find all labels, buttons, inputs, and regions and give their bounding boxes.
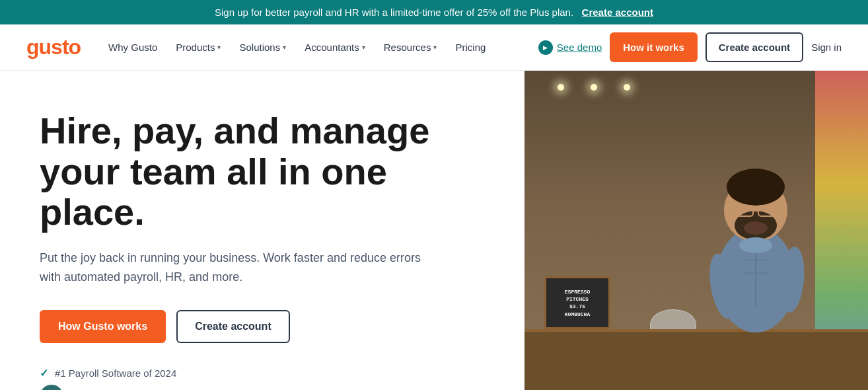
nav-item-why-gusto[interactable]: Why Gusto xyxy=(100,36,165,58)
hero-content: Hire, pay, and manage your team all in o… xyxy=(40,71,524,390)
hero-section: Hire, pay, and manage your team all in o… xyxy=(0,71,868,390)
svg-point-8 xyxy=(739,237,772,253)
promo-banner: Sign up for better payroll and HR with a… xyxy=(0,0,868,24)
hero-headline: Hire, pay, and manage your team all in o… xyxy=(40,110,498,233)
banner-link[interactable]: Create account xyxy=(582,7,653,18)
navbar: gusto Why Gusto Products ▾ Solutions ▾ A… xyxy=(0,24,868,71)
proof-item-2: 🍪 3 out of 4 customers say they run payr… xyxy=(40,385,498,390)
svg-point-7 xyxy=(744,221,768,235)
sign-in-link[interactable]: Sign in xyxy=(811,42,842,53)
see-demo-button[interactable]: ▶ See demo xyxy=(538,40,602,55)
nav-item-pricing[interactable]: Pricing xyxy=(447,36,493,58)
hero-image-placeholder: ESPRESSO PITCHES $3.75 KOMBUCHA xyxy=(524,71,868,390)
cafe-lights xyxy=(558,84,630,91)
person-image xyxy=(683,144,828,342)
light-bulb xyxy=(591,84,597,91)
svg-point-3 xyxy=(727,169,785,206)
social-proof: ✓ #1 Payroll Software of 2024 🍪 3 out of… xyxy=(40,367,498,390)
light-bulb xyxy=(558,84,564,91)
nav-right: ▶ See demo How it works Create account S… xyxy=(538,32,842,62)
nav-item-accountants[interactable]: Accountants ▾ xyxy=(297,36,373,58)
proof-item-1: ✓ #1 Payroll Software of 2024 xyxy=(40,367,498,379)
banner-text: Sign up for better payroll and HR with a… xyxy=(215,7,573,18)
nav-item-solutions[interactable]: Solutions ▾ xyxy=(231,36,294,58)
chevron-down-icon: ▾ xyxy=(433,44,437,51)
how-gusto-works-button[interactable]: How Gusto works xyxy=(40,310,166,343)
chevron-down-icon: ▾ xyxy=(283,44,286,51)
logo[interactable]: gusto xyxy=(26,35,81,59)
how-it-works-button[interactable]: How it works xyxy=(610,32,698,62)
create-account-hero-button[interactable]: Create account xyxy=(176,310,290,343)
chevron-down-icon: ▾ xyxy=(362,44,365,51)
hero-image: ESPRESSO PITCHES $3.75 KOMBUCHA xyxy=(524,71,868,390)
nav-item-resources[interactable]: Resources ▾ xyxy=(376,36,445,58)
cookie-icon: 🍪 xyxy=(40,385,63,390)
hero-subtext: Put the joy back in running your busines… xyxy=(40,249,423,287)
hero-buttons: How Gusto works Create account xyxy=(40,310,498,343)
light-bulb xyxy=(624,84,630,91)
nav-item-products[interactable]: Products ▾ xyxy=(168,36,229,58)
create-account-nav-button[interactable]: Create account xyxy=(705,32,803,62)
chevron-down-icon: ▾ xyxy=(217,44,221,51)
check-icon: ✓ xyxy=(40,367,48,379)
nav-links: Why Gusto Products ▾ Solutions ▾ Account… xyxy=(100,36,538,58)
play-icon: ▶ xyxy=(538,40,553,55)
chalkboard-sign: ESPRESSO PITCHES $3.75 KOMBUCHA xyxy=(544,276,610,329)
